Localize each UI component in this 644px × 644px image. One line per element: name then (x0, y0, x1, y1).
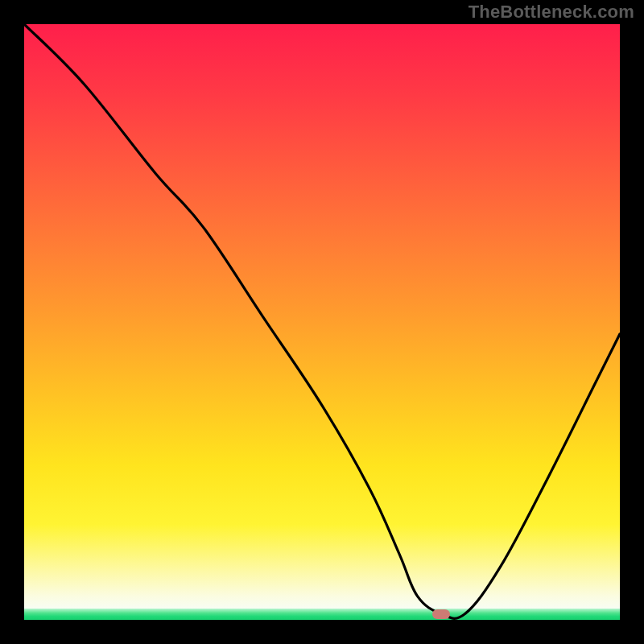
curve-svg (24, 24, 620, 620)
plot-area (24, 24, 620, 620)
chart-frame: TheBottleneck.com (0, 0, 644, 644)
bottleneck-curve-path (24, 24, 620, 618)
optimal-marker (432, 609, 450, 619)
watermark-text: TheBottleneck.com (469, 2, 634, 23)
